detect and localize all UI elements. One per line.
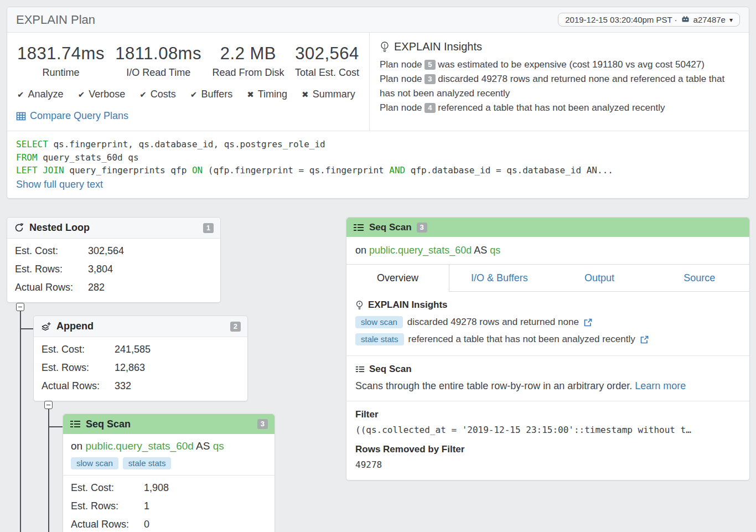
insight-text: referenced a table that has not been ana… — [438, 102, 665, 113]
show-full-query-link[interactable]: Show full query text — [16, 179, 103, 190]
sql-keyword: LEFT JOIN — [16, 165, 64, 175]
minus-icon — [18, 307, 22, 308]
fingerprint-icon — [681, 16, 690, 24]
stat-value: 282 — [88, 282, 105, 293]
node-help-section: Seq Scan Scans through the entire table … — [346, 355, 749, 401]
tree-connector-horizontal — [20, 328, 34, 329]
node-number-badge: 3 — [257, 419, 268, 429]
plan-node-append[interactable]: Append 2 Est. Cost:241,585 Est. Rows:12,… — [33, 316, 248, 401]
stat-runtime: 1831.74ms Runtime — [17, 44, 105, 79]
alias-link[interactable]: qs — [490, 245, 500, 256]
detail-insight-item: slow scan discarded 49278 rows and retur… — [355, 316, 741, 328]
node-table-row: on public.query_stats_60d AS qs slow sca… — [63, 434, 275, 476]
sql-text: qs.fingerprint, qs.database_id, qs.postg… — [48, 139, 325, 149]
node-detail-panel: Seq Scan 3 on public.query_stats_60d AS … — [346, 217, 750, 481]
alias-link[interactable]: qs — [213, 440, 224, 452]
detail-panel-header: Seq Scan 3 — [346, 218, 749, 237]
chevron-down-icon: ▾ — [729, 16, 733, 24]
flag-costs: ✔Costs — [139, 89, 176, 100]
collapse-node-1-button[interactable] — [16, 303, 24, 311]
check-icon: ✔ — [139, 90, 147, 100]
insight-item: Plan node 4 referenced a table that has … — [380, 101, 739, 115]
explain-plan-card: EXPLAIN Plan 2019-12-15 03:20:40pm PST ·… — [7, 7, 749, 199]
compare-link-label: Compare Query Plans — [30, 110, 128, 122]
insights-title: EXPLAIN Insights — [394, 40, 482, 53]
stat-value: 1831.74ms — [17, 44, 105, 64]
insight-item: Plan node 5 was estimated to be expensiv… — [380, 58, 739, 72]
loop-icon — [14, 223, 24, 233]
flag-label: Buffers — [201, 89, 232, 100]
tab-overview[interactable]: Overview — [346, 265, 449, 292]
sql-text: query_stats_60d qs — [38, 152, 139, 163]
rows-scan-icon — [353, 223, 364, 233]
filter-title: Filter — [355, 409, 741, 420]
collapse-node-2-button[interactable] — [44, 401, 53, 409]
cross-icon: ✖ — [302, 90, 309, 100]
detail-insights-section: EXPLAIN Insights slow scan discarded 492… — [346, 292, 749, 355]
insight-text: discarded 49278 rows and returned none — [407, 317, 579, 328]
filter-expression: ((qs.collected_at = '2019-12-15 23:15:00… — [355, 425, 741, 435]
node-header: Seq Scan 3 — [63, 414, 275, 434]
stat-label: Est. Rows: — [42, 362, 115, 374]
query-text-section: SELECT qs.fingerprint, qs.database_id, q… — [7, 131, 749, 198]
external-link-icon[interactable] — [640, 335, 649, 344]
learn-more-link[interactable]: Learn more — [635, 380, 686, 391]
tab-io-buffers[interactable]: I/O & Buffers — [449, 265, 550, 292]
node-stat-row: Est. Cost:1,908 — [71, 482, 267, 494]
stat-label: Est. Cost: — [15, 245, 88, 257]
compare-query-plans-link[interactable]: Compare Query Plans — [16, 110, 360, 122]
rows-removed-value: 49278 — [355, 459, 741, 470]
sql-text: (qfp.fingerprint = qs.fingerprint — [203, 165, 389, 175]
explain-flags: ✔Analyze ✔Verbose ✔Costs ✔Buffers ✖Timin… — [17, 89, 359, 100]
flag-label: Costs — [151, 89, 176, 100]
stat-total-est-cost: 302,564 Total Est. Cost — [295, 44, 359, 79]
table-link[interactable]: public.query_stats_60d — [85, 440, 193, 452]
stat-value: 1 — [144, 500, 149, 512]
stat-value: 332 — [115, 380, 131, 392]
sql-keyword: FROM — [16, 152, 38, 163]
stat-label: Est. Rows: — [71, 500, 144, 512]
node-stat-row: Actual Rows:0 — [71, 519, 267, 530]
node-stat-row: Est. Rows:3,804 — [15, 264, 213, 275]
stat-value: 2.2 MB — [212, 44, 284, 64]
tag-stale-stats: stale stats — [355, 333, 404, 345]
node-title: Seq Scan — [369, 222, 412, 233]
stat-label: Actual Rows: — [42, 380, 115, 392]
node-title: Nested Loop — [29, 222, 90, 234]
flag-timing: ✖Timing — [247, 89, 287, 100]
stat-value: 3,804 — [88, 264, 113, 275]
timestamp-text: 2019-12-15 03:20:40pm PST · — [565, 15, 677, 24]
tag-slow-scan: slow scan — [71, 457, 118, 469]
stat-io-read-time: 1811.08ms I/O Read Time — [115, 44, 201, 79]
insight-prefix: Plan node — [380, 59, 422, 70]
plan-timestamp-dropdown[interactable]: 2019-12-15 03:20:40pm PST · a27487e ▾ — [558, 13, 740, 27]
sql-keyword: ON — [192, 165, 203, 175]
insight-prefix: Plan node — [380, 102, 422, 113]
node-stat-row: Est. Cost:241,585 — [42, 344, 240, 355]
table-grid-icon — [16, 111, 26, 121]
node-number-badge: 1 — [203, 223, 214, 233]
check-icon: ✔ — [17, 90, 24, 100]
tab-output[interactable]: Output — [550, 265, 650, 292]
plan-node-seq-scan[interactable]: Seq Scan 3 on public.query_stats_60d AS … — [63, 414, 275, 532]
external-link-icon[interactable] — [583, 318, 593, 327]
filter-section: Filter ((qs.collected_at = '2019-12-15 2… — [346, 401, 749, 480]
flag-label: Verbose — [89, 89, 125, 100]
tab-source[interactable]: Source — [649, 265, 749, 292]
check-icon: ✔ — [78, 90, 85, 100]
table-link[interactable]: public.query_stats_60d — [369, 245, 472, 256]
insight-text: was estimated to be expensive (cost 1911… — [438, 59, 705, 70]
explain-insights-panel: EXPLAIN Insights Plan node 5 was estimat… — [370, 33, 749, 131]
plan-node-nested-loop[interactable]: Nested Loop 1 Est. Cost:302,564 Est. Row… — [7, 217, 221, 303]
stat-value: 302,564 — [88, 245, 124, 257]
on-prefix: on — [355, 245, 366, 256]
node-help-description: Scans through the entire table row-by-ro… — [355, 380, 741, 392]
node-stat-row: Actual Rows:332 — [42, 380, 240, 392]
lightbulb-icon — [355, 300, 364, 311]
sql-keyword: AND — [389, 165, 405, 175]
stat-value: 1811.08ms — [115, 44, 201, 64]
stat-read-from-disk: 2.2 MB Read From Disk — [212, 44, 284, 79]
node-number-badge: 3 — [417, 223, 427, 233]
tree-connector-horizontal — [49, 426, 63, 427]
node-number-badge: 3 — [424, 74, 435, 84]
